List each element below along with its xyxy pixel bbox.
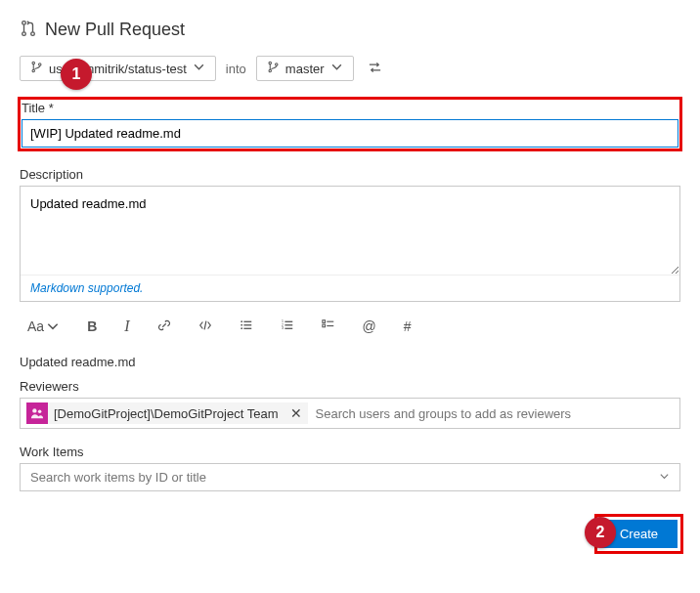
svg-point-1: [22, 32, 26, 36]
svg-point-3: [32, 62, 34, 64]
svg-point-13: [241, 323, 242, 325]
code-icon: [198, 318, 212, 335]
branch-icon: [267, 61, 280, 76]
svg-point-26: [38, 410, 42, 414]
svg-point-25: [32, 408, 36, 412]
callout-1: 1: [61, 59, 92, 90]
into-label: into: [226, 62, 246, 76]
text-size-label: Aa: [27, 318, 44, 334]
title-input[interactable]: [22, 119, 678, 148]
chevron-down-icon: [193, 61, 205, 76]
svg-point-8: [275, 64, 277, 65]
callout-2: 2: [585, 517, 616, 548]
svg-point-12: [241, 320, 242, 322]
svg-point-7: [269, 69, 271, 71]
svg-point-5: [39, 64, 41, 65]
svg-rect-24: [327, 325, 333, 326]
svg-rect-16: [284, 324, 292, 325]
svg-rect-23: [327, 320, 333, 321]
link-icon: [157, 318, 171, 335]
description-textarea[interactable]: [21, 187, 679, 275]
reviewers-field[interactable]: [DemoGitProject]\DemoGitProject Team ✕: [20, 398, 680, 429]
link-button[interactable]: [153, 317, 175, 337]
workitems-label: Work Items: [20, 445, 680, 459]
target-branch-label: master: [285, 62, 325, 76]
team-avatar-icon: [26, 402, 48, 424]
reviewer-chip-label: [DemoGitProject]\DemoGitProject Team: [52, 406, 281, 421]
svg-rect-9: [243, 320, 251, 321]
svg-text:3: 3: [281, 326, 283, 330]
reviewers-input[interactable]: [314, 405, 675, 422]
code-button[interactable]: [195, 317, 216, 337]
branch-icon: [30, 61, 43, 76]
mention-button[interactable]: @: [359, 317, 380, 336]
svg-point-6: [269, 62, 271, 64]
svg-rect-11: [243, 327, 251, 328]
reviewer-chip: [DemoGitProject]\DemoGitProject Team ✕: [26, 402, 308, 424]
italic-button[interactable]: I: [120, 316, 133, 337]
swap-branches-button[interactable]: [364, 57, 386, 81]
task-list-button[interactable]: [318, 317, 339, 337]
target-branch-select[interactable]: master: [256, 56, 354, 81]
markdown-toolbar: Aa B I 123 @ #: [20, 308, 680, 345]
task-list-icon: [322, 318, 335, 335]
svg-point-2: [31, 32, 35, 36]
svg-point-0: [22, 21, 26, 25]
title-label: Title *: [22, 101, 678, 115]
remove-reviewer-button[interactable]: ✕: [284, 405, 308, 421]
svg-point-4: [32, 69, 34, 71]
numbered-list-icon: 123: [281, 318, 294, 335]
hash-button[interactable]: #: [400, 317, 416, 336]
page-title: New Pull Request: [45, 20, 185, 40]
source-branch-select[interactable]: users/mmitrik/status-test: [20, 56, 216, 81]
svg-point-14: [241, 327, 242, 329]
svg-rect-15: [284, 320, 292, 321]
workitems-placeholder: Search work items by ID or title: [30, 470, 206, 485]
bullet-list-icon: [240, 318, 253, 335]
svg-rect-10: [243, 324, 251, 325]
svg-rect-22: [322, 324, 325, 327]
svg-rect-17: [284, 327, 292, 328]
bold-button[interactable]: B: [83, 317, 101, 336]
bullet-list-button[interactable]: [236, 317, 257, 337]
close-icon: ✕: [290, 405, 302, 421]
markdown-hint[interactable]: Markdown supported.: [21, 275, 679, 301]
swap-icon: [368, 63, 382, 77]
reviewers-label: Reviewers: [20, 379, 680, 394]
text-size-button[interactable]: Aa: [23, 317, 64, 336]
svg-rect-21: [322, 319, 325, 322]
numbered-list-button[interactable]: 123: [277, 317, 298, 337]
workitems-select[interactable]: Search work items by ID or title: [20, 463, 680, 491]
chevron-down-icon: [659, 470, 670, 485]
description-preview: Updated readme.md: [20, 355, 680, 369]
description-label: Description: [20, 167, 680, 182]
pull-request-icon: [20, 20, 37, 40]
chevron-down-icon: [330, 61, 343, 76]
